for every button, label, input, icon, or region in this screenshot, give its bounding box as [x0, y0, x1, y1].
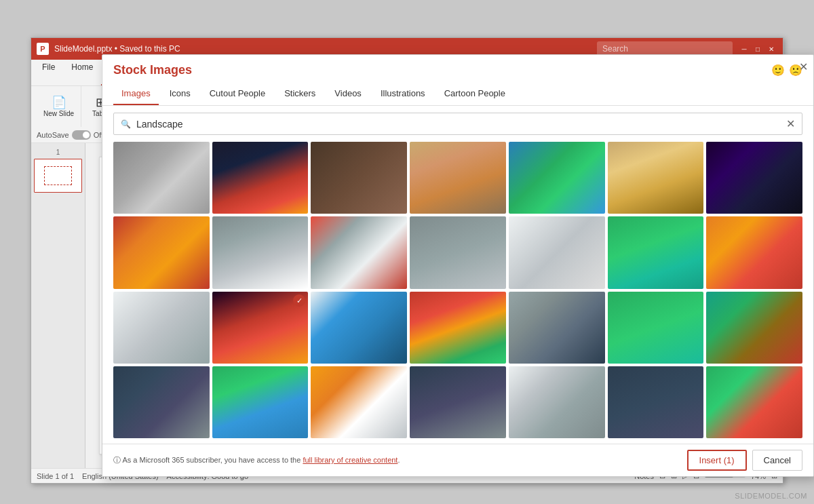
maximize-button[interactable]: □ — [752, 43, 764, 55]
search-clear-button[interactable]: ✕ — [786, 117, 795, 130]
image-item[interactable] — [509, 366, 605, 438]
dialog-search-area: 🔍 ✕ — [102, 106, 813, 142]
dialog-header: Stock Images 🙂 🙁 — [102, 55, 813, 77]
tab-file[interactable]: File — [34, 60, 63, 85]
image-item[interactable] — [410, 142, 506, 214]
dialog-tab-cartoon-people[interactable]: Cartoon People — [436, 83, 513, 105]
slide-panel: 1 — [31, 143, 85, 468]
new-slide-icon: 📄 — [52, 96, 66, 109]
image-item[interactable] — [311, 292, 407, 364]
autosave-toggle[interactable] — [72, 130, 91, 140]
dialog-footer: ⓘ As a Microsoft 365 subscriber, you hav… — [102, 444, 813, 476]
close-button[interactable]: ✕ — [765, 43, 777, 55]
ppt-logo: P — [37, 43, 49, 55]
image-item[interactable] — [509, 216, 605, 288]
slide-number: 1 — [34, 149, 82, 156]
dialog-emoji-buttons: 🙂 🙁 — [771, 64, 802, 77]
dialog-tab-images[interactable]: Images — [113, 83, 159, 105]
slide-info: Slide 1 of 1 — [37, 472, 74, 480]
search-box: 🔍 ✕ — [113, 113, 802, 135]
image-item[interactable] — [311, 366, 407, 438]
stock-images-dialog[interactable]: ✕ Stock Images 🙂 🙁 Images Icons Cutout P… — [102, 54, 814, 477]
new-slide-button[interactable]: 📄 New Slide — [41, 95, 77, 119]
dialog-title: Stock Images — [113, 63, 192, 77]
minimize-button[interactable]: ─ — [738, 43, 750, 55]
image-item[interactable] — [410, 216, 506, 288]
cancel-button[interactable]: Cancel — [752, 450, 802, 471]
slides-group: 📄 New Slide — [37, 86, 81, 127]
image-item[interactable] — [608, 292, 704, 364]
dialog-tab-stickers[interactable]: Stickers — [276, 83, 324, 105]
image-item[interactable] — [706, 366, 802, 438]
image-item[interactable] — [608, 142, 704, 214]
image-item[interactable] — [113, 142, 210, 214]
image-item[interactable] — [509, 292, 605, 364]
search-input[interactable] — [136, 119, 781, 130]
image-item[interactable] — [706, 292, 802, 364]
dialog-tab-videos[interactable]: Videos — [326, 83, 370, 105]
image-item[interactable] — [212, 216, 309, 288]
image-item[interactable] — [410, 366, 506, 438]
image-item[interactable] — [113, 216, 210, 288]
autosave-label: AutoSave — [37, 131, 69, 139]
slide-thumbnail[interactable] — [34, 159, 82, 193]
footer-info: ⓘ As a Microsoft 365 subscriber, you hav… — [113, 455, 400, 465]
dialog-close-button[interactable]: ✕ — [799, 60, 808, 73]
image-item[interactable] — [608, 216, 704, 288]
dialog-tab-icons[interactable]: Icons — [161, 83, 199, 105]
dialog-tab-cutout-people[interactable]: Cutout People — [201, 83, 273, 105]
dialog-tab-illustrations[interactable]: Illustrations — [372, 83, 433, 105]
search-icon: 🔍 — [121, 119, 131, 129]
insert-button[interactable]: Insert (1) — [687, 450, 747, 471]
image-item[interactable] — [706, 142, 802, 214]
image-item[interactable] — [212, 142, 309, 214]
emoji-smile[interactable]: 🙂 — [771, 64, 785, 77]
dialog-overlay: ✕ Stock Images 🙂 🙁 Images Icons Cutout P… — [0, 0, 814, 504]
image-item[interactable] — [706, 216, 802, 288]
window-controls: ─ □ ✕ — [738, 43, 777, 55]
image-item[interactable] — [113, 292, 210, 364]
dialog-tabs: Images Icons Cutout People Stickers Vide… — [102, 83, 813, 106]
image-item[interactable] — [608, 366, 704, 438]
image-item[interactable] — [410, 292, 506, 364]
image-item-selected[interactable] — [212, 292, 309, 364]
image-grid — [113, 142, 802, 438]
creative-content-link[interactable]: full library of creative content — [303, 456, 398, 464]
image-item[interactable] — [311, 142, 407, 214]
image-item[interactable] — [212, 366, 309, 438]
image-item[interactable] — [509, 142, 605, 214]
window-title: SlideModel.pptx • Saved to this PC — [54, 44, 597, 54]
footer-buttons: Insert (1) Cancel — [687, 450, 802, 471]
tab-home[interactable]: Home — [63, 60, 101, 85]
image-grid-container[interactable] — [102, 142, 813, 444]
watermark: SLIDEMODEL.COM — [735, 492, 807, 500]
image-item[interactable] — [113, 366, 210, 438]
image-item[interactable] — [311, 216, 407, 288]
